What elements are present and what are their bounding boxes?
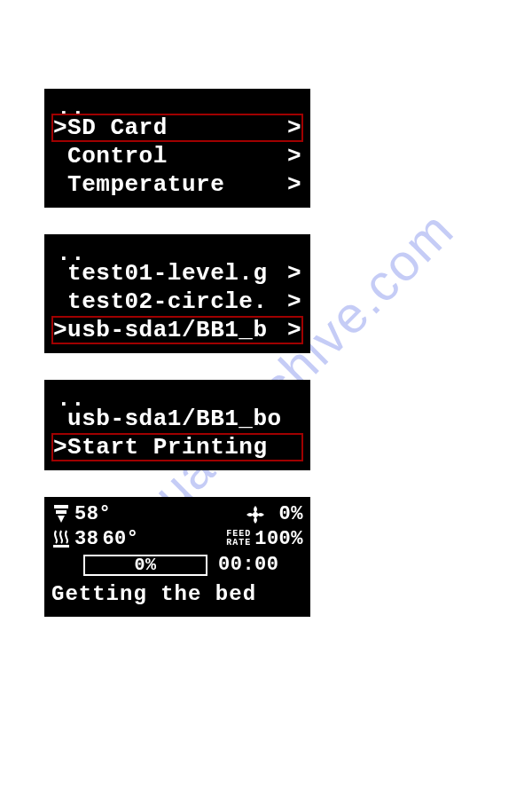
elapsed-time: 00:00 (218, 553, 279, 578)
progress-bar: 0% (83, 555, 207, 576)
feed-rate-label: FEEDRATE (226, 530, 251, 548)
parent-folder[interactable]: .. (51, 385, 303, 405)
bed-icon (51, 527, 71, 550)
file-label: test02-circle. (67, 288, 267, 315)
start-printing-item[interactable]: >Start Printing (51, 433, 303, 461)
fan-percent: 0% (270, 502, 303, 527)
parent-folder[interactable]: .. (51, 94, 303, 114)
parent-folder[interactable]: .. (51, 240, 303, 259)
nozzle-temp: 58° (74, 502, 111, 527)
file-item-usb-sda1[interactable]: >usb-sda1/BB1_b > (51, 316, 303, 344)
file-item-test01[interactable]: test01-level.g > (51, 259, 303, 288)
svg-rect-1 (56, 510, 66, 514)
lcd-screen-file-list: .. test01-level.g > test02-circle. > >us… (44, 234, 310, 353)
progress-percent: 0% (134, 554, 156, 576)
chevron-right-icon: > (287, 288, 301, 317)
file-label: usb-sda1/BB1_b (67, 317, 267, 343)
file-path-label: usb-sda1/BB1_bo (67, 406, 282, 432)
feed-rate-percent: 100% (254, 527, 303, 552)
lcd-screen-status: 58° 0% (44, 497, 310, 617)
status-message: Getting the bed (51, 579, 303, 608)
menu-item-label: SD Card (67, 114, 168, 141)
menu-item-label: Control (67, 143, 168, 169)
chevron-right-icon: > (287, 316, 301, 345)
start-printing-label: Start Printing (67, 434, 267, 461)
lcd-screen-file-action: .. usb-sda1/BB1_bo >Start Printing (44, 380, 310, 470)
chevron-right-icon: > (287, 142, 301, 171)
menu-item-temperature[interactable]: Temperature > (51, 170, 303, 199)
file-label: test01-level.g (67, 260, 267, 287)
file-item-test02[interactable]: test02-circle. > (51, 288, 303, 316)
nozzle-icon (51, 503, 71, 526)
bed-target-temp: 60° (102, 527, 138, 552)
bed-actual-temp: 38 (74, 527, 98, 552)
menu-item-control[interactable]: Control > (51, 142, 303, 170)
chevron-right-icon: > (287, 170, 301, 200)
lcd-screen-main-menu: .. >SD Card > Control > Temperature > (44, 89, 310, 208)
svg-marker-2 (58, 516, 65, 523)
chevron-right-icon: > (287, 114, 301, 143)
menu-item-label: Temperature (67, 171, 224, 198)
fan-icon (245, 504, 266, 525)
chevron-right-icon: > (287, 259, 301, 288)
file-path-line: usb-sda1/BB1_bo (51, 405, 303, 433)
svg-rect-0 (54, 505, 68, 508)
manual-page: .. >SD Card > Control > Temperature > ..… (0, 0, 532, 679)
menu-item-sd-card[interactable]: >SD Card > (51, 114, 303, 142)
svg-rect-4 (53, 545, 69, 548)
